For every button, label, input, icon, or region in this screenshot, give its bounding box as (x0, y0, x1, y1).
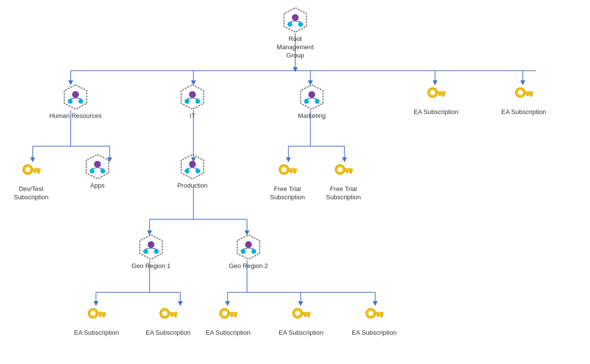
subscription-icon-devtest (20, 161, 42, 183)
svg-point-44 (195, 99, 200, 104)
svg-point-42 (189, 91, 196, 98)
svg-point-91 (148, 241, 154, 248)
svg-rect-56 (442, 94, 444, 96)
svg-point-77 (195, 169, 200, 173)
svg-rect-119 (302, 312, 310, 315)
node-georegion1: Geo Region 1 (124, 234, 178, 270)
management-group-icon-production (179, 153, 206, 180)
svg-line-101 (248, 248, 254, 249)
management-group-icon-root (282, 7, 308, 33)
svg-rect-105 (103, 315, 105, 317)
subscription-icon-ea-gr2-1 (217, 305, 239, 327)
svg-rect-67 (34, 171, 36, 173)
node-it-label: IT (190, 112, 195, 120)
svg-line-52 (312, 98, 317, 99)
svg-rect-126 (377, 315, 379, 317)
svg-line-100 (243, 248, 248, 249)
svg-line-45 (187, 98, 192, 99)
node-devtest: Dev/TestSubscription (7, 161, 56, 202)
node-ea-gr1-1: EA Subscription (72, 305, 121, 337)
svg-point-76 (185, 169, 190, 173)
svg-rect-109 (169, 312, 177, 315)
subscription-icon-ea-gr1-2 (157, 305, 179, 327)
node-hr-label: Human Resources (49, 112, 102, 120)
svg-line-79 (192, 168, 198, 169)
svg-point-70 (90, 169, 95, 173)
node-ea-gr1-2: EA Subscription (144, 305, 192, 337)
svg-point-36 (72, 91, 79, 98)
svg-point-103 (91, 311, 95, 316)
svg-line-39 (70, 98, 76, 99)
svg-line-95 (151, 248, 156, 249)
svg-rect-121 (304, 315, 306, 317)
svg-point-48 (308, 91, 315, 98)
svg-rect-55 (437, 92, 445, 94)
svg-point-54 (430, 90, 435, 95)
svg-rect-83 (294, 171, 296, 173)
svg-point-75 (189, 161, 196, 168)
management-group-icon-georegion2 (235, 234, 262, 260)
svg-line-78 (187, 168, 192, 169)
subscription-icon-ea-gr2-2 (290, 305, 312, 327)
svg-rect-110 (174, 315, 176, 317)
node-georegion2: Geo Region 2 (222, 234, 275, 270)
node-ea-r1-label: EA Subscription (414, 108, 458, 116)
management-group-icon-apps (84, 153, 111, 180)
svg-point-108 (162, 311, 167, 316)
management-group-icon-marketing (299, 84, 325, 110)
svg-point-118 (295, 311, 300, 316)
svg-rect-82 (288, 169, 297, 171)
node-ea-gr2-2-label: EA Subscription (279, 329, 324, 337)
node-ea-gr2-3-label: EA Subscription (352, 329, 397, 337)
node-ea-gr2-1: EA Subscription (204, 305, 252, 337)
node-ea-gr2-3: EA Subscription (350, 305, 399, 337)
hierarchy-diagram: Root Management Group Human Resources IT (0, 0, 590, 364)
node-ea-gr1-2-label: EA Subscription (146, 329, 190, 337)
svg-rect-84 (290, 171, 292, 173)
node-freetrial1-label: Free Trial Subscription (263, 185, 312, 202)
svg-point-93 (154, 249, 159, 254)
svg-point-38 (78, 99, 83, 104)
subscription-icon-freetrial1 (276, 161, 299, 183)
svg-line-51 (306, 98, 312, 99)
svg-point-92 (143, 249, 148, 254)
svg-point-30 (292, 14, 299, 21)
svg-point-81 (282, 167, 286, 172)
svg-rect-111 (171, 315, 173, 317)
node-root: Root Management Group (271, 7, 320, 60)
svg-point-64 (25, 167, 30, 172)
node-apps-label: Apps (90, 182, 105, 190)
node-it: IT (168, 84, 217, 120)
svg-rect-125 (381, 315, 382, 317)
node-georegion1-label: Geo Region 1 (132, 262, 171, 270)
node-ea-r2: EA Subscription (499, 84, 548, 116)
svg-rect-120 (307, 315, 309, 317)
subscription-icon-ea-r2 (513, 84, 535, 106)
svg-point-99 (251, 249, 256, 254)
svg-point-49 (304, 99, 309, 104)
svg-rect-66 (38, 171, 39, 173)
svg-rect-106 (99, 315, 101, 317)
management-group-icon-it (179, 84, 206, 110)
svg-rect-88 (350, 171, 352, 173)
node-ea-gr2-2: EA Subscription (277, 305, 325, 337)
node-apps: Apps (73, 153, 122, 190)
node-ea-r1: EA Subscription (412, 84, 460, 116)
svg-point-69 (94, 161, 101, 168)
svg-line-34 (295, 21, 301, 22)
svg-point-31 (287, 22, 292, 27)
management-group-icon-georegion1 (138, 234, 164, 260)
node-freetrial2-label: Free Trial Subscription (319, 185, 368, 202)
node-root-label: Root Management Group (271, 35, 320, 60)
svg-point-71 (100, 169, 105, 173)
svg-point-43 (185, 99, 190, 104)
node-marketing: Marketing (285, 84, 339, 120)
svg-point-113 (222, 311, 227, 316)
svg-rect-57 (439, 94, 441, 96)
svg-line-40 (76, 98, 81, 99)
svg-rect-116 (231, 315, 233, 317)
svg-line-33 (290, 21, 295, 22)
svg-rect-60 (524, 92, 533, 94)
subscription-icon-ea-gr1-1 (85, 305, 108, 327)
svg-rect-62 (527, 94, 529, 96)
